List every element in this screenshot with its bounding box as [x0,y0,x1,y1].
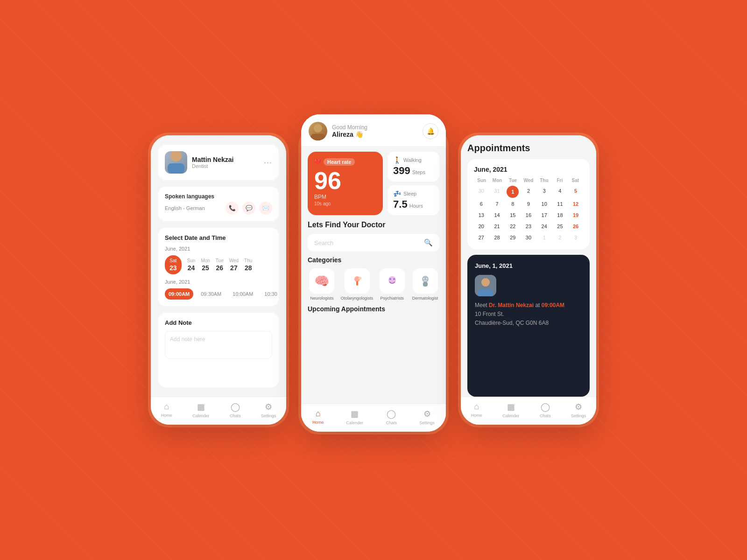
time-item-3[interactable]: 10:30 [261,288,281,300]
right-nav-chats[interactable]: ◯ Chats [540,402,551,418]
calendar-day[interactable]: 9 [521,199,536,209]
category-dermatologist[interactable]: Dermatologist [411,268,439,301]
dermatologist-label: Dermatologist [412,296,438,301]
calendar-day[interactable]: 18 [553,210,568,220]
mail-icon[interactable]: ✉️ [259,202,272,215]
date-item-3[interactable]: Tue 26 [216,258,224,272]
calendar-day[interactable]: 17 [537,210,552,220]
left-nav-home-label: Home [161,413,172,418]
chat-icon[interactable]: 💬 [242,202,255,215]
date-section: Select Date and Time June, 2021 Sat 23 S… [158,228,279,306]
left-nav-chats[interactable]: ◯ Chats [230,402,241,418]
languages-label: Spoken languages [165,193,272,200]
calendar-day[interactable]: 29 [505,232,520,243]
time-item-1[interactable]: 09:30AM [197,288,225,300]
date-item-5[interactable]: Thu 28 [244,258,252,272]
more-button[interactable]: ··· [264,158,272,168]
categories-grid: 🧠 Neurologists Otolaryng [308,268,439,301]
calendar-day[interactable]: 10 [537,199,552,209]
left-nav-settings[interactable]: ⚙ Settings [261,402,276,418]
right-nav-calendar[interactable]: ▦ Calender [502,402,520,418]
calendar-day[interactable]: 27 [474,232,489,243]
psychiatrists-label: Psychiatrists [381,296,404,301]
calendar-day[interactable]: 13 [474,210,489,220]
mid-nav-home[interactable]: ⌂ Home [312,409,324,425]
category-otolaryngologists[interactable]: Otolaryngologists [341,268,374,301]
calendar-day[interactable]: 25 [553,221,568,231]
date-item-0[interactable]: Sat 23 [165,255,182,274]
category-neurologists[interactable]: 🧠 Neurologists [308,268,336,301]
heart-rate-card: ❤️ Heart rate 96 BPM 10s ago [308,152,383,215]
calendar-day[interactable]: 20 [474,221,489,231]
calendar-red-day[interactable]: 26 [568,221,583,231]
left-nav-chats-label: Chats [230,413,241,418]
time-item-2[interactable]: 10:00AM [229,288,257,300]
walking-value-row: 399 Steps [393,165,434,177]
calendar-day[interactable]: 24 [537,221,552,231]
day-name-0: Sat [169,258,176,263]
languages-row: English - German 📞 💬 ✉️ [165,202,272,215]
calendar-day[interactable]: 14 [490,210,505,220]
calendar-day[interactable]: 22 [505,221,520,231]
note-area[interactable]: Add note here [165,331,272,359]
left-nav-calendar[interactable]: ▦ Calender [192,402,210,418]
calendar-day[interactable]: 7 [490,199,505,209]
notification-bell[interactable]: 🔔 [423,123,438,139]
sleep-value: 7.5 [393,198,408,210]
calendar-day[interactable]: 21 [490,221,505,231]
right-nav-calendar-label: Calender [502,413,520,418]
calendar-day[interactable]: 30 [521,232,536,243]
middle-phone-content: Good Morning Alireza 👋 🔔 [301,114,446,432]
calendar-other-month: 1 [537,232,552,243]
mid-nav-calendar[interactable]: ▦ Calender [346,409,364,425]
calendar-day[interactable]: 2 [521,186,536,198]
date-month-label-2: June, 2021 [165,279,272,285]
right-nav-home-label: Home [471,413,482,418]
right-nav-settings[interactable]: ⚙ Settings [571,402,586,418]
calendar-day[interactable]: 4 [553,186,568,198]
calendar-today[interactable]: 1 [507,186,519,198]
right-nav-home[interactable]: ⌂ Home [471,402,482,418]
search-bar[interactable]: Search 🔍 [308,234,439,252]
calendar-day[interactable]: 28 [490,232,505,243]
calendar-day[interactable]: 16 [521,210,536,220]
calendar-day[interactable]: 23 [521,221,536,231]
sleep-value-row: 7.5 Hours [393,198,434,210]
psych-svg [386,274,399,287]
calendar-day[interactable]: 11 [553,199,568,209]
mid-nav-chats[interactable]: ◯ Chats [386,409,397,425]
categories-section: Categories 🧠 Neurologists [301,256,446,301]
calendar-day[interactable]: 15 [505,210,520,220]
doctor-info: Mattin Nekzai Dentist [165,151,233,174]
greeting-time: Good Morning [332,124,367,131]
mid-nav-home-label: Home [312,420,324,425]
appt-avatar-svg [475,275,496,296]
phone-icon[interactable]: 📞 [226,202,239,215]
calendar-red-day[interactable]: 12 [568,199,583,209]
mid-nav-settings[interactable]: ⚙ Settings [419,409,435,425]
calendar-grid: 3031123456789101112131415161718192021222… [474,186,583,243]
date-item-2[interactable]: Mon 25 [201,258,210,272]
metrics-row: ❤️ Heart rate 96 BPM 10s ago 🚶 [301,146,446,221]
left-nav-home[interactable]: ⌂ Home [161,402,172,418]
day-num-2: 25 [202,264,209,272]
calendar-day[interactable]: 6 [474,199,489,209]
date-item-4[interactable]: Wed 27 [229,258,239,272]
time-item-0[interactable]: 09:00AM [165,288,193,300]
svg-point-9 [393,278,395,280]
svg-point-0 [170,151,182,161]
category-psychiatrists[interactable]: Psychiatrists [378,268,406,301]
right-phone: Appointments June, 2021 Sun Mon Tue Wed … [461,135,596,425]
svg-point-13 [426,278,427,280]
calendar-day[interactable]: 3 [537,186,552,198]
calendar-red-day[interactable]: 5 [568,186,583,198]
search-icon[interactable]: 🔍 [424,238,433,247]
note-placeholder: Add note here [170,336,267,343]
left-nav-settings-label: Settings [261,413,276,418]
calendar-red-day[interactable]: 19 [568,210,583,220]
doctor-avatar [165,151,187,174]
svg-rect-11 [423,282,428,287]
date-item-1[interactable]: Sun 24 [187,258,196,272]
cal-thu: Thu [536,178,552,183]
calendar-day[interactable]: 8 [505,199,520,209]
